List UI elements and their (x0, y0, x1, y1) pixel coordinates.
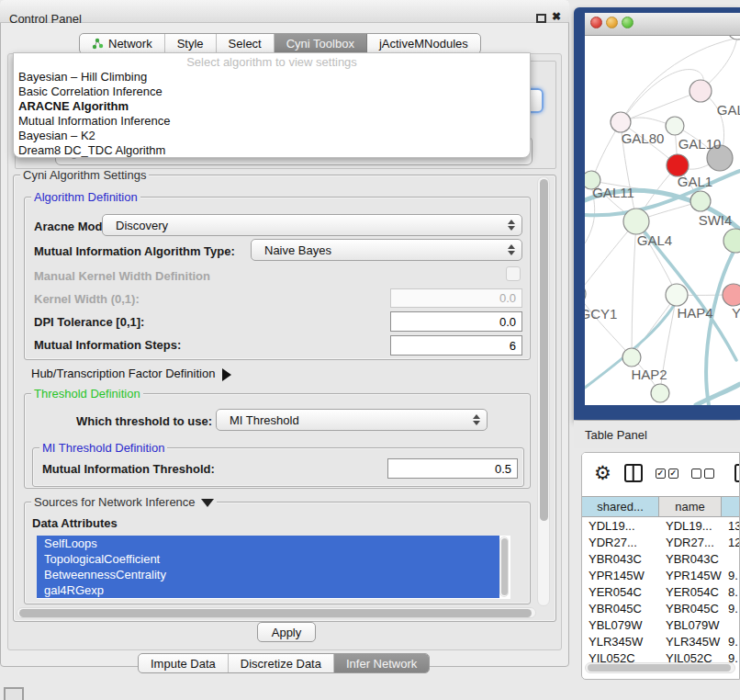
table-row[interactable]: YBR043CYBR043C (582, 550, 740, 567)
kernel-width-field[interactable]: 0.0 (390, 288, 522, 308)
settings-horizontal-scrollbar[interactable] (17, 607, 536, 618)
cyni-settings-title: Cyni Algorithm Settings (20, 168, 149, 182)
apply-button[interactable]: Apply (257, 622, 316, 642)
node-gal1[interactable] (690, 191, 711, 211)
node-label: GAL7 (717, 102, 740, 118)
node-swi4[interactable] (723, 229, 740, 253)
tab-cyni-toolbox[interactable]: Cyni Toolbox (275, 34, 367, 53)
node-hap4[interactable] (666, 284, 688, 306)
settings-horizontal-scrollbar-thumb[interactable] (19, 609, 532, 617)
table-cell: YBR043C (659, 550, 722, 567)
aracne-mode-select[interactable]: Discovery (102, 214, 522, 236)
table-cell (722, 616, 740, 633)
float-panel-icon[interactable] (536, 14, 546, 23)
which-threshold-select[interactable]: MI Threshold (216, 409, 488, 431)
mi-type-select[interactable]: Naive Bayes (251, 239, 522, 261)
node-gal7[interactable] (690, 80, 712, 102)
table-horizontal-scrollbar-thumb[interactable] (588, 664, 731, 672)
algorithm-option[interactable]: Basic Correlation Inference (14, 85, 530, 99)
node-hap2[interactable] (622, 348, 641, 367)
close-window-icon[interactable] (590, 17, 602, 28)
mi-steps-field[interactable]: 6 (390, 335, 522, 356)
tab-jactivemnodules[interactable]: jActiveMNodules (367, 34, 480, 53)
which-threshold-value: MI Threshold (230, 413, 299, 427)
tab-network[interactable]: Network (80, 34, 165, 53)
node-gal4[interactable] (623, 209, 649, 234)
minimize-window-icon[interactable] (606, 17, 618, 28)
spinner-icon (508, 220, 515, 231)
node[interactable] (728, 36, 740, 40)
mi-threshold-label: Mutual Information Threshold: (42, 462, 215, 476)
gear-icon[interactable]: ⚙ (594, 464, 611, 482)
tab-discretize-data[interactable]: Discretize Data (229, 654, 334, 672)
checked-boxes-icon[interactable]: ✓ ✓ (656, 469, 678, 479)
unchecked-boxes-icon[interactable] (691, 469, 714, 479)
mi-type-label: Mutual Information Algorithm Type: (34, 244, 235, 258)
aracne-mode-value: Discovery (116, 219, 168, 232)
node-gal10[interactable] (666, 117, 684, 135)
algorithm-option[interactable]: ARACNE Algorithm (14, 99, 530, 114)
clipped-toolbar-icon[interactable] (734, 464, 740, 482)
column-header[interactable]: shared... (582, 497, 659, 516)
tab-infer-network[interactable]: Infer Network (334, 654, 429, 672)
node-gcy1[interactable] (585, 284, 586, 304)
algorithm-option[interactable]: Mutual Information Inference (14, 114, 530, 129)
split-view-icon[interactable] (624, 464, 643, 482)
mi-threshold-field[interactable]: 0.5 (387, 458, 518, 479)
column-header[interactable]: name (659, 497, 722, 516)
attribute-item[interactable]: TopologicalCoefficient (37, 551, 499, 567)
tab-label: Network (108, 37, 152, 51)
algorithm-option[interactable]: Bayesian – Hill Climbing (14, 70, 530, 85)
mi-type-value: Naive Bayes (264, 243, 331, 257)
tab-style[interactable]: Style (165, 34, 217, 53)
algorithm-definition-group: Algorithm Definition Aracne Mode: Discov… (24, 197, 531, 360)
control-panel-tab-bar: NetworkStyleSelectCyni ToolboxjActiveMNo… (79, 33, 481, 54)
network-canvas[interactable]: GAL7GAL80GAL10GAL1GAL11GAL4SWI4GCY1HAP4Y… (585, 36, 740, 405)
column-header[interactable] (722, 497, 740, 516)
dpi-tolerance-field[interactable]: 0.0 (390, 311, 522, 332)
table-panel-title: Table Panel (585, 428, 647, 442)
spinner-icon (508, 244, 515, 255)
minimized-panel-icon[interactable] (4, 687, 24, 700)
table-cell: YDL19... (659, 517, 722, 534)
table-row[interactable]: YER054CYER054C8. (582, 583, 740, 600)
maximize-window-icon[interactable] (622, 17, 633, 28)
mi-threshold-title: MI Threshold Definition (39, 441, 167, 455)
table-horizontal-scrollbar[interactable] (585, 662, 735, 673)
sources-title[interactable]: Sources for Network Inference (31, 495, 217, 509)
table-panel-titlebar: Table Panel (574, 421, 740, 448)
table-cell: YBL079W (582, 616, 659, 633)
data-attributes-list[interactable]: SelfLoopsTopologicalCoefficientBetweenne… (37, 536, 510, 599)
algorithm-option[interactable]: Dream8 DC_TDC Algorithm (14, 143, 530, 158)
table-cell: 9. (722, 633, 740, 649)
attribute-item[interactable]: SelfLoops (37, 536, 499, 551)
table-row[interactable]: YBL079WYBL079W (582, 616, 740, 633)
node-label: GAL10 (678, 136, 722, 152)
table-row[interactable]: YLR345WYLR345W9. (582, 633, 740, 649)
table-row[interactable]: YPR145WYPR145W9. (582, 567, 740, 583)
settings-vertical-scrollbar-thumb[interactable] (540, 179, 548, 521)
table-cell: YBL079W (659, 616, 722, 633)
node-y[interactable] (723, 284, 740, 306)
table-row[interactable]: YDL19...YDL19...13 (582, 517, 740, 534)
close-icon[interactable]: ✖ (552, 10, 561, 23)
hub-definition-toggle[interactable]: Hub/Transcription Factor Definition (31, 367, 231, 381)
tab-select[interactable]: Select (217, 34, 275, 53)
attributes-scrollbar[interactable] (499, 536, 509, 597)
network-icon (92, 38, 104, 50)
attribute-item[interactable]: BetweennessCentrality (37, 567, 499, 582)
tab-label: Style (177, 37, 204, 51)
table-cell: YBR045C (582, 600, 659, 616)
table-row[interactable]: YBR045CYBR045C9. (582, 600, 740, 616)
node-gal80[interactable] (611, 112, 631, 132)
settings-vertical-scrollbar[interactable] (537, 176, 550, 606)
node[interactable] (651, 384, 669, 402)
table-row[interactable]: YDR27...YDR27...12 (582, 534, 740, 550)
manual-kernel-checkbox[interactable] (506, 266, 521, 281)
table-cell: YPR145W (659, 567, 722, 583)
algorithm-placeholder: Select algorithm to view settings (14, 54, 530, 70)
attribute-item[interactable]: gal4RGexp (37, 582, 499, 598)
tab-impute-data[interactable]: Impute Data (139, 654, 229, 672)
algorithm-option[interactable]: Bayesian – K2 (14, 129, 530, 143)
attributes-scrollbar-thumb[interactable] (501, 538, 508, 595)
